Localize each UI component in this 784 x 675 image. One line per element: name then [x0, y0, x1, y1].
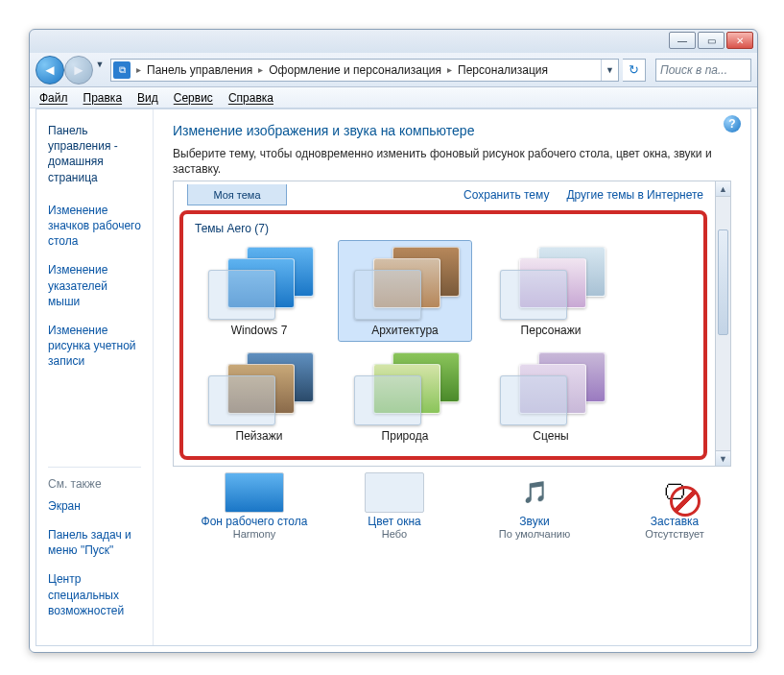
address-bar[interactable]: ⧉ ▸ Панель управления ▸ Оформление и пер…: [110, 59, 619, 82]
desktop-background-icon: [225, 472, 284, 513]
bottom-options: Фон рабочего стола Harmony Цвет окна Неб…: [173, 467, 731, 540]
scrollbar[interactable]: ▲ ▼: [715, 181, 730, 466]
maximize-button[interactable]: ▭: [698, 32, 725, 49]
history-dropdown[interactable]: ▼: [93, 56, 107, 73]
screensaver-icon: 🖵: [645, 472, 704, 513]
theme-thumbnail: [494, 350, 607, 425]
see-also-taskbar[interactable]: Панель задач и меню "Пуск": [48, 527, 141, 558]
theme-thumbnail: [348, 245, 462, 320]
my-theme-tab[interactable]: Моя тема: [187, 184, 287, 205]
more-themes-link[interactable]: Другие темы в Интернете: [566, 188, 703, 202]
forward-button[interactable]: ►: [64, 56, 93, 84]
minimize-button[interactable]: —: [669, 32, 696, 49]
see-also-ease-of-access[interactable]: Центр специальных возможностей: [48, 571, 141, 618]
save-theme-link[interactable]: Сохранить тему: [463, 188, 549, 202]
window: — ▭ ✕ ◄ ► ▼ ⧉ ▸ Панель управления ▸ Офор…: [29, 29, 758, 653]
breadcrumb-mid[interactable]: Оформление и персонализация: [267, 63, 443, 77]
option-value: По умолчанию: [499, 528, 570, 540]
control-panel-icon: ⧉: [113, 61, 131, 79]
option-window-color[interactable]: Цвет окна Небо: [338, 472, 451, 540]
sidebar: Панель управления - домашняя страница Из…: [36, 109, 154, 645]
sidebar-link-desktop-icons[interactable]: Изменение значков рабочего стола: [48, 203, 141, 250]
theme-label: Сцены: [533, 429, 568, 443]
menu-edit[interactable]: Правка: [83, 91, 123, 105]
scroll-thumb[interactable]: [718, 229, 728, 335]
page-title: Изменение изображения и звука на компьют…: [173, 123, 731, 138]
theme-actions: Сохранить тему Другие темы в Интернете: [463, 188, 703, 202]
scroll-down-icon[interactable]: ▼: [716, 450, 730, 466]
sounds-icon: 🎵: [505, 472, 564, 513]
option-value: Harmony: [233, 528, 276, 540]
option-screensaver[interactable]: 🖵 Заставка Отсутствует: [618, 472, 731, 540]
themes-scroll-area: ▲ ▼ Моя тема Сохранить тему Другие темы …: [173, 181, 731, 467]
theme-tile[interactable]: Персонажи: [485, 241, 617, 341]
theme-label: Персонажи: [521, 324, 582, 337]
theme-label: Windows 7: [231, 324, 288, 337]
theme-thumbnail: [348, 350, 462, 425]
highlight-box: Темы Aero (7) Windows 7АрхитектураПерсон…: [179, 210, 707, 460]
breadcrumb-arrow-icon: ▸: [254, 64, 267, 75]
address-dropdown[interactable]: ▼: [601, 60, 618, 81]
search-input[interactable]: Поиск в па...: [655, 59, 751, 82]
theme-tile[interactable]: Природа: [339, 347, 471, 446]
titlebar: — ▭ ✕: [30, 30, 757, 53]
back-button[interactable]: ◄: [36, 56, 64, 84]
refresh-button[interactable]: ↻: [623, 59, 646, 82]
menu-view[interactable]: Вид: [137, 91, 158, 105]
breadcrumb-leaf[interactable]: Персонализация: [456, 63, 550, 77]
option-value: Небо: [382, 528, 407, 540]
main: ? Изменение изображения и звука на компь…: [154, 109, 750, 645]
see-also-display[interactable]: Экран: [48, 498, 141, 514]
theme-thumbnail: [202, 350, 316, 425]
theme-tile[interactable]: Сцены: [485, 347, 617, 446]
sidebar-home[interactable]: Панель управления - домашняя страница: [48, 123, 141, 185]
theme-tile[interactable]: Архитектура: [339, 241, 471, 341]
breadcrumb-arrow-icon: ▸: [443, 64, 456, 75]
close-button[interactable]: ✕: [726, 32, 753, 49]
theme-label: Пейзажи: [236, 429, 283, 443]
menu-tools[interactable]: Сервис: [174, 91, 213, 105]
option-title: Заставка: [651, 515, 700, 528]
sidebar-link-mouse-pointers[interactable]: Изменение указателей мыши: [48, 262, 141, 309]
option-desktop-background[interactable]: Фон рабочего стола Harmony: [198, 472, 311, 540]
page-description: Выберите тему, чтобы одновременно измени…: [173, 146, 731, 177]
nav-buttons: ◄ ► ▼: [36, 56, 107, 84]
aero-section-title: Темы Aero (7): [195, 222, 684, 235]
breadcrumb-root[interactable]: Панель управления: [145, 63, 254, 77]
menu-file[interactable]: Файл: [39, 91, 68, 105]
option-title: Звуки: [519, 515, 549, 528]
sidebar-link-account-picture[interactable]: Изменение рисунка учетной записи: [48, 323, 141, 370]
body: Панель управления - домашняя страница Из…: [36, 108, 751, 646]
scroll-up-icon[interactable]: ▲: [716, 181, 730, 197]
breadcrumb-arrow-icon: ▸: [132, 64, 145, 75]
help-icon[interactable]: ?: [724, 115, 741, 133]
option-title: Цвет окна: [368, 515, 420, 528]
option-value: Отсутствует: [645, 528, 704, 540]
menu-bar: Файл Правка Вид Сервис Справка: [30, 87, 757, 108]
theme-thumbnail: [202, 245, 316, 320]
theme-tile[interactable]: Пейзажи: [193, 347, 325, 446]
theme-tile[interactable]: Windows 7: [193, 241, 325, 341]
nav-row: ◄ ► ▼ ⧉ ▸ Панель управления ▸ Оформление…: [30, 53, 757, 87]
aero-grid: Windows 7АрхитектураПерсонажиПейзажиПрир…: [193, 241, 684, 446]
theme-label: Архитектура: [371, 324, 439, 337]
option-title: Фон рабочего стола: [202, 515, 308, 528]
see-also-title: См. также: [48, 467, 141, 491]
top-slice: Моя тема Сохранить тему Другие темы в Ин…: [174, 181, 730, 208]
theme-label: Природа: [382, 429, 429, 443]
menu-help[interactable]: Справка: [228, 91, 273, 105]
option-sounds[interactable]: 🎵 Звуки По умолчанию: [478, 472, 591, 540]
theme-thumbnail: [494, 245, 607, 320]
window-color-icon: [365, 472, 424, 513]
